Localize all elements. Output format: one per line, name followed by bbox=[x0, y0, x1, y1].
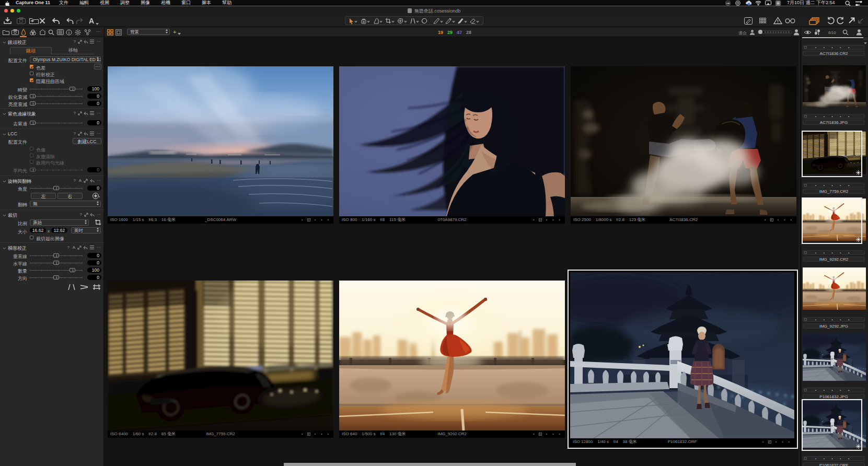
svg-text:LINE: LINE bbox=[726, 3, 730, 5]
